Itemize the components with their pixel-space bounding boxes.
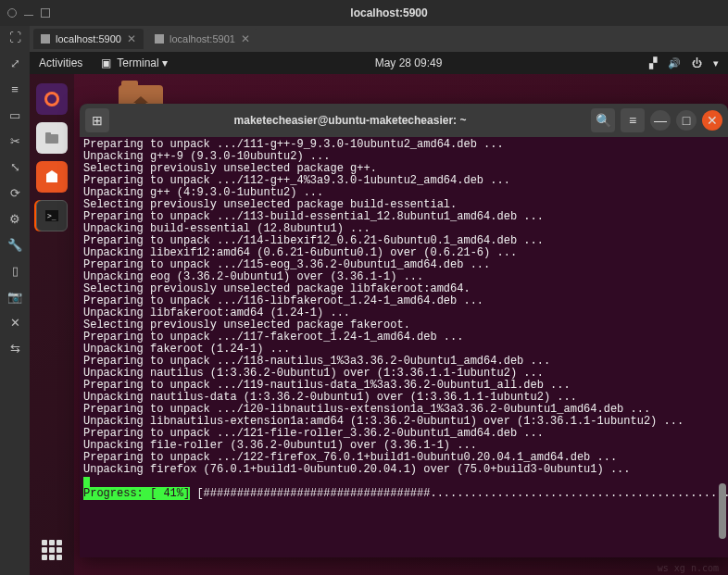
gear-icon[interactable]: ⚙	[7, 211, 22, 226]
svg-rect-4	[46, 174, 57, 182]
focus-icon[interactable]: ⛶	[7, 30, 22, 44]
crop-icon[interactable]: ✂	[7, 133, 22, 148]
vnc-titlebar: localhost:5900	[0, 0, 728, 26]
progress-line: Progress: [ 41%] [######################…	[83, 488, 724, 500]
tab-label: localhost:5901	[169, 33, 235, 44]
terminal-header: ⊞ maketecheasier@ubuntu-maketecheasier: …	[80, 104, 728, 137]
vnc-icon	[155, 34, 164, 44]
refresh-icon[interactable]: ⟳	[7, 185, 22, 200]
tab-close-icon[interactable]: ✕	[127, 32, 136, 45]
minimize-icon[interactable]	[24, 15, 33, 18]
ubuntu-desktop: Activities ▣ Terminal ▾ May 28 09:49 ▞ 🔊…	[30, 52, 728, 575]
fullscreen-icon[interactable]: ⤢	[7, 56, 22, 70]
menu-icon[interactable]: ≡	[7, 81, 22, 96]
svg-point-1	[47, 94, 56, 104]
svg-text:>_: >_	[47, 212, 56, 220]
pin-icon[interactable]: ⇆	[7, 341, 22, 356]
app-menu[interactable]: ▣ Terminal ▾	[101, 56, 168, 69]
search-button[interactable]: 🔍	[591, 108, 615, 132]
gnome-top-bar: Activities ▣ Terminal ▾ May 28 09:49 ▞ 🔊…	[30, 52, 728, 74]
close-icon[interactable]: ✕	[7, 315, 22, 330]
camera-icon[interactable]: 📷	[7, 289, 22, 304]
tab-localhost-5900[interactable]: localhost:5900 ✕	[33, 29, 144, 49]
system-tray[interactable]: ▞ 🔊 ⏻ ▾	[649, 57, 719, 69]
tab-localhost-5901[interactable]: localhost:5901 ✕	[147, 29, 257, 49]
chevron-down-icon[interactable]: ▾	[713, 57, 719, 69]
resize-icon[interactable]: ⤡	[7, 159, 22, 174]
left-toolbar: ⛶ ⤢ ≡ ▭ ✂ ⤡ ⟳ ⚙ 🔧 ▯ 📷 ✕ ⇆	[0, 26, 30, 575]
dock-software[interactable]	[36, 161, 68, 193]
hamburger-button[interactable]: ≡	[621, 108, 645, 132]
window-title: localhost:5900	[57, 6, 721, 19]
terminal-window: ⊞ maketecheasier@ubuntu-maketecheasier: …	[80, 104, 728, 557]
clock[interactable]: May 28 09:49	[168, 56, 649, 69]
dock-terminal[interactable]: >_	[36, 200, 68, 231]
dock-firefox[interactable]	[36, 83, 68, 115]
dock-files[interactable]	[36, 122, 68, 154]
close-button[interactable]: ✕	[702, 110, 722, 131]
tab-strip: localhost:5900 ✕ localhost:5901 ✕	[30, 26, 728, 52]
terminal-output[interactable]: Preparing to unpack .../111-g++-9_9.3.0-…	[80, 137, 728, 557]
gnome-dock: >_	[30, 74, 74, 575]
record-icon[interactable]	[7, 8, 17, 18]
power-icon[interactable]: ⏻	[692, 57, 702, 69]
volume-icon[interactable]: 🔊	[668, 57, 681, 69]
tab-label: localhost:5900	[56, 33, 121, 44]
display-icon[interactable]: ▭	[7, 107, 22, 122]
activities-button[interactable]: Activities	[39, 56, 82, 69]
terminal-icon: ▣	[101, 56, 111, 69]
terminal-title: maketecheasier@ubuntu-maketecheasier: ~	[115, 114, 585, 127]
watermark: ws xg n.com	[658, 563, 719, 573]
dock-show-apps[interactable]	[36, 534, 68, 566]
clipboard-icon[interactable]: ▯	[7, 263, 22, 278]
vnc-icon	[41, 34, 50, 44]
maximize-button[interactable]: □	[676, 110, 697, 131]
wrench-icon[interactable]: 🔧	[7, 237, 22, 252]
tab-close-icon[interactable]: ✕	[241, 32, 250, 45]
new-tab-button[interactable]: ⊞	[85, 108, 109, 132]
terminal-line: Unpacking firefox (76.0.1+build1-0ubuntu…	[83, 464, 724, 476]
network-icon[interactable]: ▞	[649, 57, 657, 69]
terminal-scrollbar[interactable]	[719, 143, 726, 539]
minimize-button[interactable]: —	[650, 110, 671, 131]
maximize-icon[interactable]	[41, 8, 50, 18]
svg-rect-3	[45, 132, 51, 135]
svg-rect-2	[45, 134, 58, 144]
